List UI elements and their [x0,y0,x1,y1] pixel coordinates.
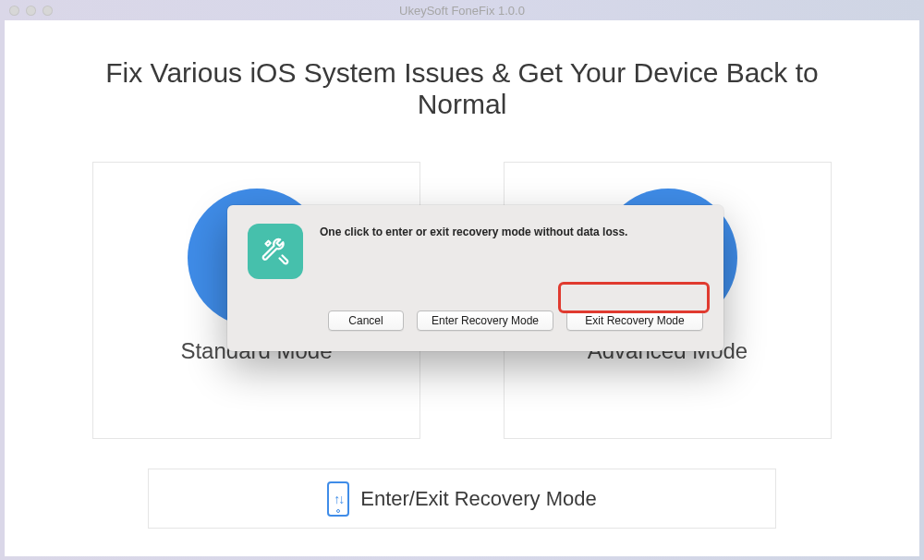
traffic-lights [9,6,53,16]
recovery-dialog: One click to enter or exit recovery mode… [227,205,723,351]
tools-icon [248,224,303,279]
traffic-minimize-icon[interactable] [26,6,36,16]
dialog-message: One click to enter or exit recovery mode… [320,225,627,238]
annotation-highlight [558,282,710,313]
recovery-mode-label: Enter/Exit Recovery Mode [360,487,597,511]
cancel-button[interactable]: Cancel [328,310,404,331]
window-titlebar: UkeySoft FoneFix 1.0.0 [0,0,924,20]
traffic-close-icon[interactable] [9,6,19,16]
recovery-mode-bar[interactable]: ↑↓ Enter/Exit Recovery Mode [148,469,776,529]
dialog-button-row: Cancel Enter Recovery Mode Exit Recovery… [248,310,703,331]
window-title: UkeySoft FoneFix 1.0.0 [0,4,924,18]
traffic-zoom-icon[interactable] [43,6,53,16]
phone-arrows-icon: ↑↓ [327,481,349,517]
exit-recovery-button[interactable]: Exit Recovery Mode [566,310,703,331]
page-headline: Fix Various iOS System Issues & Get Your… [88,57,836,120]
window-body: Fix Various iOS System Issues & Get Your… [5,20,919,556]
enter-recovery-button[interactable]: Enter Recovery Mode [417,310,553,331]
